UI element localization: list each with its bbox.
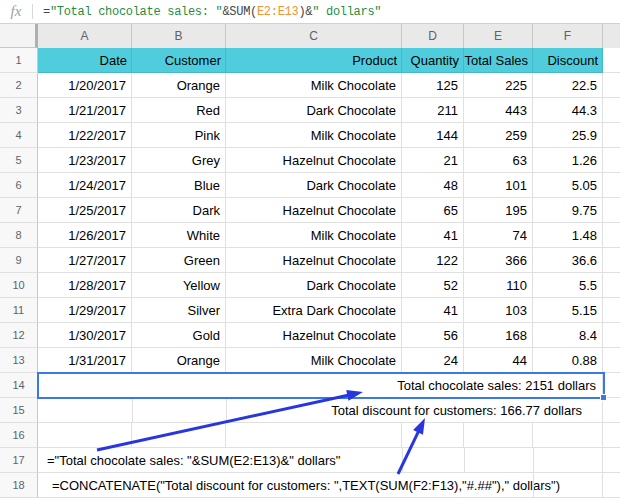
fill-handle[interactable] xyxy=(600,394,607,401)
row-header-5[interactable]: 5 xyxy=(0,148,38,173)
cell-overflow[interactable] xyxy=(603,48,620,73)
header-cell-total-sales[interactable]: Total Sales xyxy=(464,48,533,73)
cell-d4[interactable]: 144 xyxy=(402,123,464,148)
cell-overflow[interactable] xyxy=(603,123,620,148)
cell-d6[interactable]: 48 xyxy=(402,173,464,198)
row-header-11[interactable]: 11 xyxy=(0,298,38,323)
header-cell-quantity[interactable]: Quantity xyxy=(402,48,464,73)
row-header-15[interactable]: 15 xyxy=(0,398,38,423)
cell-c5[interactable]: Hazelnut Chocolate xyxy=(226,148,402,173)
row-header-6[interactable]: 6 xyxy=(0,173,38,198)
header-cell-discount[interactable]: Discount xyxy=(533,48,603,73)
row-header-8[interactable]: 8 xyxy=(0,223,38,248)
cell-a13[interactable]: 1/31/2017 xyxy=(38,348,132,373)
cell-e9[interactable]: 366 xyxy=(464,248,533,273)
cell-overflow[interactable] xyxy=(603,223,620,248)
cell-f8[interactable]: 1.48 xyxy=(533,223,603,248)
cell-f12[interactable]: 8.4 xyxy=(533,323,603,348)
cell-e7[interactable]: 195 xyxy=(464,198,533,223)
cell-f7[interactable]: 9.75 xyxy=(533,198,603,223)
column-header-E[interactable]: E xyxy=(464,24,533,48)
cell-d3[interactable]: 211 xyxy=(402,98,464,123)
cell-d5[interactable]: 21 xyxy=(402,148,464,173)
cell-e6[interactable]: 101 xyxy=(464,173,533,198)
cell-a11[interactable]: 1/29/2017 xyxy=(38,298,132,323)
cell-a7[interactable]: 1/25/2017 xyxy=(38,198,132,223)
row-header-14[interactable]: 14 xyxy=(0,373,38,398)
cell-c10[interactable]: Dark Chocolate xyxy=(226,273,402,298)
cell-f11[interactable]: 5.15 xyxy=(533,298,603,323)
cell-f6[interactable]: 5.05 xyxy=(533,173,603,198)
header-cell-product[interactable]: Product xyxy=(226,48,402,73)
cell-overflow[interactable] xyxy=(603,173,620,198)
cell-a2[interactable]: 1/20/2017 xyxy=(38,73,132,98)
row-header-18[interactable]: 18 xyxy=(0,473,38,498)
select-all-corner[interactable] xyxy=(0,24,38,48)
cell-formula-text-discount[interactable]: =CONCATENATE("Total discount for custome… xyxy=(38,473,603,498)
cell-e10[interactable]: 110 xyxy=(464,273,533,298)
cell-overflow[interactable] xyxy=(603,248,620,273)
cell-e3[interactable]: 443 xyxy=(464,98,533,123)
cell-d2[interactable]: 125 xyxy=(402,73,464,98)
cell-b9[interactable]: Green xyxy=(132,248,226,273)
cell-c2[interactable]: Milk Chocolate xyxy=(226,73,402,98)
cell-a3[interactable]: 1/21/2017 xyxy=(38,98,132,123)
row-header-4[interactable]: 4 xyxy=(0,123,38,148)
cell-c12[interactable]: Hazelnut Chocolate xyxy=(226,323,402,348)
row-header-12[interactable]: 12 xyxy=(0,323,38,348)
cell-a4[interactable]: 1/22/2017 xyxy=(38,123,132,148)
cell-e12[interactable]: 168 xyxy=(464,323,533,348)
row-header-9[interactable]: 9 xyxy=(0,248,38,273)
cell-b8[interactable]: White xyxy=(132,223,226,248)
column-header-A[interactable]: A xyxy=(38,24,132,48)
cell-empty[interactable] xyxy=(226,423,402,448)
cell-empty[interactable] xyxy=(533,423,603,448)
cell-a12[interactable]: 1/30/2017 xyxy=(38,323,132,348)
cell-e4[interactable]: 259 xyxy=(464,123,533,148)
cell-b4[interactable]: Pink xyxy=(132,123,226,148)
column-header-F[interactable]: F xyxy=(533,24,603,48)
cell-total-discount-result[interactable]: Total discount for customers: 166.77 dol… xyxy=(38,398,603,423)
row-header-3[interactable]: 3 xyxy=(0,98,38,123)
formula-input[interactable]: ="Total chocolate sales: "&SUM(E2:E13)&"… xyxy=(43,5,381,19)
cell-b2[interactable]: Orange xyxy=(132,73,226,98)
cell-overflow[interactable] xyxy=(603,398,620,423)
cell-e13[interactable]: 44 xyxy=(464,348,533,373)
column-header-C[interactable]: C xyxy=(226,24,402,48)
cell-empty[interactable] xyxy=(464,423,533,448)
cell-total-sales-result[interactable]: Total chocolate sales: 2151 dollars xyxy=(38,373,603,398)
cell-c6[interactable]: Dark Chocolate xyxy=(226,173,402,198)
cell-b3[interactable]: Red xyxy=(132,98,226,123)
header-cell-date[interactable]: Date xyxy=(38,48,132,73)
row-header-7[interactable]: 7 xyxy=(0,198,38,223)
cell-e11[interactable]: 103 xyxy=(464,298,533,323)
cell-b12[interactable]: Gold xyxy=(132,323,226,348)
cell-f4[interactable]: 25.9 xyxy=(533,123,603,148)
cell-e5[interactable]: 63 xyxy=(464,148,533,173)
cell-d10[interactable]: 52 xyxy=(402,273,464,298)
cell-c4[interactable]: Milk Chocolate xyxy=(226,123,402,148)
cell-c11[interactable]: Extra Dark Chocolate xyxy=(226,298,402,323)
header-cell-customer[interactable]: Customer xyxy=(132,48,226,73)
cell-d12[interactable]: 56 xyxy=(402,323,464,348)
cell-c8[interactable]: Milk Chocolate xyxy=(226,223,402,248)
column-header-B[interactable]: B xyxy=(132,24,226,48)
cell-overflow[interactable] xyxy=(603,148,620,173)
cell-empty[interactable] xyxy=(38,423,132,448)
cell-overflow[interactable] xyxy=(603,448,620,473)
cell-a5[interactable]: 1/23/2017 xyxy=(38,148,132,173)
cell-overflow[interactable] xyxy=(603,473,620,498)
cell-d11[interactable]: 41 xyxy=(402,298,464,323)
cell-overflow[interactable] xyxy=(603,273,620,298)
cell-e2[interactable]: 225 xyxy=(464,73,533,98)
cell-c7[interactable]: Hazelnut Chocolate xyxy=(226,198,402,223)
row-header-17[interactable]: 17 xyxy=(0,448,38,473)
cell-empty[interactable] xyxy=(402,423,464,448)
cell-f9[interactable]: 36.6 xyxy=(533,248,603,273)
cell-overflow[interactable] xyxy=(603,423,620,448)
cell-f3[interactable]: 44.3 xyxy=(533,98,603,123)
cell-overflow[interactable] xyxy=(603,98,620,123)
cell-b13[interactable]: Orange xyxy=(132,348,226,373)
cell-f2[interactable]: 22.5 xyxy=(533,73,603,98)
cell-formula-text-sales[interactable]: ="Total chocolate sales: "&SUM(E2:E13)&"… xyxy=(38,448,603,473)
